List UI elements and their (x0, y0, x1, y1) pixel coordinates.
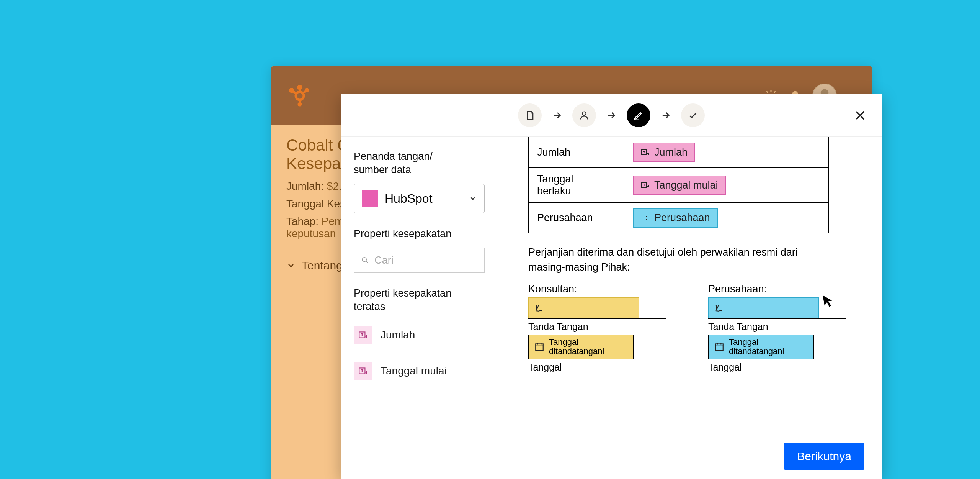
modal-sidebar: Penanda tangan/ sumber data HubSpot Prop… (341, 137, 505, 433)
calendar-icon (714, 342, 724, 352)
document-canvas: Jumlah Jumlah Tanggalberlaku (505, 137, 882, 433)
consultant-label: Konsultan: (528, 283, 666, 295)
company-label: Perusahaan: (708, 283, 846, 295)
close-button[interactable] (854, 109, 867, 122)
field-company[interactable]: Perusahaan (633, 208, 718, 228)
template-editor-modal: Penanda tangan/ sumber data HubSpot Prop… (341, 94, 882, 479)
step-review[interactable] (681, 103, 705, 127)
table-row: Jumlah Jumlah (529, 137, 829, 168)
signature-icon (714, 303, 726, 313)
source-swatch (362, 190, 378, 207)
signature-icon (534, 303, 546, 313)
modal-header (341, 94, 882, 137)
table-row: Tanggalberlaku Tanggal mulai (529, 168, 829, 203)
property-label: Jumlah (381, 329, 415, 341)
property-item-amount[interactable]: Jumlah (354, 320, 492, 349)
chevron-down-icon (469, 195, 477, 202)
text-field-icon (354, 326, 372, 344)
consultant-date-field[interactable]: Tanggalditandatangani (528, 335, 634, 359)
company-icon (640, 213, 650, 223)
field-table: Jumlah Jumlah Tanggalberlaku (528, 137, 829, 233)
signer-heading: Penanda tangan/ sumber data (354, 150, 492, 177)
deal-properties-heading: Properti kesepakatan (354, 227, 492, 241)
signature-label: Tanda Tangan (528, 321, 666, 332)
row-label: Perusahaan (529, 203, 624, 233)
signature-label: Tanda Tangan (708, 321, 846, 332)
search-icon (361, 256, 369, 265)
source-dropdown[interactable]: HubSpot (354, 184, 485, 213)
check-icon (688, 110, 698, 121)
date-label: Tanggal (528, 362, 666, 373)
pencil-icon (633, 110, 644, 121)
hubspot-logo-icon (286, 84, 309, 107)
table-row: Perusahaan Perusahaan (529, 203, 829, 233)
property-item-start-date[interactable]: Tanggal mulai (354, 356, 492, 385)
arrow-icon (660, 110, 671, 121)
svg-point-13 (363, 258, 367, 262)
date-label: Tanggal (708, 362, 846, 373)
text-field-icon (640, 180, 650, 190)
row-label: Tanggalberlaku (529, 168, 624, 203)
company-signature-block: Perusahaan: Tanda Tangan Tanggalditandat… (708, 283, 846, 372)
company-signature-field[interactable] (708, 297, 819, 319)
svg-rect-20 (715, 344, 723, 351)
svg-point-5 (298, 86, 301, 89)
stepper (518, 103, 705, 127)
svg-point-6 (290, 89, 293, 92)
svg-rect-18 (642, 215, 648, 221)
field-amount[interactable]: Jumlah (633, 143, 695, 162)
step-signer[interactable] (572, 103, 596, 127)
row-label: Jumlah (529, 137, 624, 168)
accordion-label: Tentang (302, 259, 343, 272)
svg-rect-19 (536, 344, 543, 351)
agreement-text: Perjanjian diterima dan disetujui oleh p… (528, 245, 835, 275)
text-field-icon (640, 148, 650, 157)
svg-point-7 (306, 89, 308, 91)
next-button[interactable]: Berikutnya (784, 443, 864, 470)
top-properties-heading: Properti kesepakatan teratas (354, 287, 492, 313)
chevron-down-icon (286, 261, 296, 270)
svg-point-12 (582, 112, 586, 115)
source-name: HubSpot (385, 192, 433, 206)
arrow-icon (552, 110, 562, 121)
arrow-icon (606, 110, 617, 121)
person-icon (579, 110, 590, 121)
text-field-icon (354, 362, 372, 380)
company-date-field[interactable]: Tanggalditandatangani (708, 335, 814, 359)
step-document[interactable] (518, 103, 542, 127)
search-input[interactable] (374, 254, 477, 266)
step-edit[interactable] (627, 103, 650, 127)
modal-footer: Berikutnya (341, 433, 882, 479)
document-icon (524, 110, 535, 121)
consultant-signature-field[interactable] (528, 297, 639, 319)
calendar-icon (534, 342, 544, 352)
property-label: Tanggal mulai (381, 365, 447, 377)
consultant-signature-block: Konsultan: Tanda Tangan Tanggalditandata… (528, 283, 666, 372)
close-icon (854, 109, 867, 122)
property-search[interactable] (354, 248, 485, 273)
field-start-date[interactable]: Tanggal mulai (633, 176, 726, 195)
svg-point-8 (299, 103, 301, 105)
